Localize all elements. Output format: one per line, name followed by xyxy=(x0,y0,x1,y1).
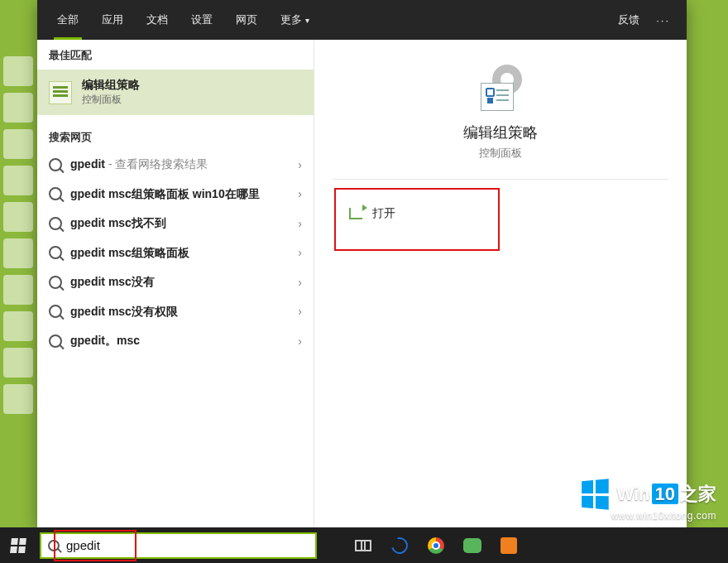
divider xyxy=(333,179,668,180)
watermark: Win10之家 www.win10xitong.com xyxy=(580,480,716,522)
tab-settings[interactable]: 设置 xyxy=(180,0,224,40)
web-result-item[interactable]: gpedit。msc › xyxy=(37,326,314,356)
chevron-down-icon: ▾ xyxy=(305,16,309,25)
search-icon xyxy=(49,158,62,171)
chevron-right-icon[interactable]: › xyxy=(298,276,302,289)
task-view-icon xyxy=(355,540,371,551)
tab-apps[interactable]: 应用 xyxy=(90,0,135,40)
search-filter-bar: 全部 应用 文档 设置 网页 更多▾ 反馈 ··· xyxy=(37,0,687,40)
taskbar-app-edge[interactable] xyxy=(381,527,418,563)
preview-subtitle: 控制面板 xyxy=(479,146,522,161)
best-match-subtitle: 控制面板 xyxy=(82,93,140,107)
web-results-list: gpedit - 查看网络搜索结果 › gpedit msc组策略面板 win1… xyxy=(37,150,314,356)
search-icon xyxy=(49,276,62,289)
open-icon xyxy=(349,208,362,219)
tab-label: 网页 xyxy=(236,12,257,27)
edge-icon xyxy=(388,534,410,556)
web-result-item[interactable]: gpedit msc没有权限 › xyxy=(37,297,314,327)
filter-tabs: 全部 应用 文档 设置 网页 更多▾ xyxy=(46,0,321,40)
best-match-item[interactable]: 编辑组策略 控制面板 xyxy=(37,70,314,115)
open-action[interactable]: 打开 xyxy=(336,201,498,226)
tab-label: 设置 xyxy=(191,12,213,27)
open-label: 打开 xyxy=(372,206,395,221)
task-view-button[interactable] xyxy=(345,527,381,563)
wechat-icon xyxy=(463,538,481,553)
tab-all[interactable]: 全部 xyxy=(46,0,90,40)
web-result-item[interactable]: gpedit msc找不到 › xyxy=(37,209,314,238)
tab-label: 更多 xyxy=(280,12,302,27)
search-icon xyxy=(48,540,60,551)
start-button[interactable] xyxy=(0,527,36,563)
results-pane: 最佳匹配 编辑组策略 控制面板 搜索网页 gpedit - 查看网络搜索结果 ›… xyxy=(37,40,314,527)
taskbar-app-generic[interactable] xyxy=(491,527,527,563)
web-result-item[interactable]: gpedit - 查看网络搜索结果 › xyxy=(37,150,314,180)
preview-app-icon xyxy=(474,65,527,111)
chevron-right-icon[interactable]: › xyxy=(298,334,302,348)
windows-logo-icon xyxy=(582,479,610,509)
search-icon xyxy=(49,334,62,348)
app-icon xyxy=(500,537,517,554)
watermark-url: www.win10xitong.com xyxy=(580,510,716,522)
taskbar-search-box[interactable] xyxy=(40,532,317,559)
best-match-header: 最佳匹配 xyxy=(37,40,314,68)
feedback-link[interactable]: 反馈 xyxy=(610,12,648,27)
chevron-right-icon[interactable]: › xyxy=(298,158,302,171)
web-result-item[interactable]: gpedit msc组策略面板 › xyxy=(37,238,314,268)
search-icon xyxy=(49,305,62,318)
tab-label: 文档 xyxy=(146,12,168,27)
chevron-right-icon[interactable]: › xyxy=(298,217,302,230)
windows-start-icon xyxy=(10,538,26,553)
gpedit-icon xyxy=(49,81,72,104)
web-results-header: 搜索网页 xyxy=(37,122,314,150)
chevron-right-icon[interactable]: › xyxy=(298,305,302,318)
search-input[interactable] xyxy=(66,538,315,552)
chevron-right-icon[interactable]: › xyxy=(298,187,302,200)
tab-label: 全部 xyxy=(57,12,79,27)
chevron-right-icon[interactable]: › xyxy=(298,246,302,259)
chrome-icon xyxy=(428,537,444,554)
preview-pane: 编辑组策略 控制面板 打开 xyxy=(314,40,687,527)
tab-web[interactable]: 网页 xyxy=(224,0,269,40)
taskbar-app-wechat[interactable] xyxy=(454,527,491,563)
web-result-item[interactable]: gpedit msc组策略面板 win10在哪里 › xyxy=(37,180,314,209)
desktop-icons-area xyxy=(0,50,37,513)
tab-more[interactable]: 更多▾ xyxy=(269,0,321,40)
tab-documents[interactable]: 文档 xyxy=(135,0,180,40)
web-result-item[interactable]: gpedit msc没有 › xyxy=(37,267,314,297)
options-menu[interactable]: ··· xyxy=(648,14,678,26)
preview-title: 编辑组策略 xyxy=(463,123,538,142)
best-match-title: 编辑组策略 xyxy=(82,78,140,93)
taskbar-app-chrome[interactable] xyxy=(418,527,454,563)
search-icon xyxy=(49,246,62,259)
search-flyout: 全部 应用 文档 设置 网页 更多▾ 反馈 ··· 最佳匹配 编辑组策略 控制面… xyxy=(37,0,687,527)
tab-label: 应用 xyxy=(102,12,123,27)
taskbar xyxy=(0,527,728,563)
search-icon xyxy=(49,217,62,230)
watermark-brand: Win10之家 xyxy=(616,482,716,507)
annotation-box: 打开 xyxy=(334,188,500,251)
search-icon xyxy=(49,187,62,200)
